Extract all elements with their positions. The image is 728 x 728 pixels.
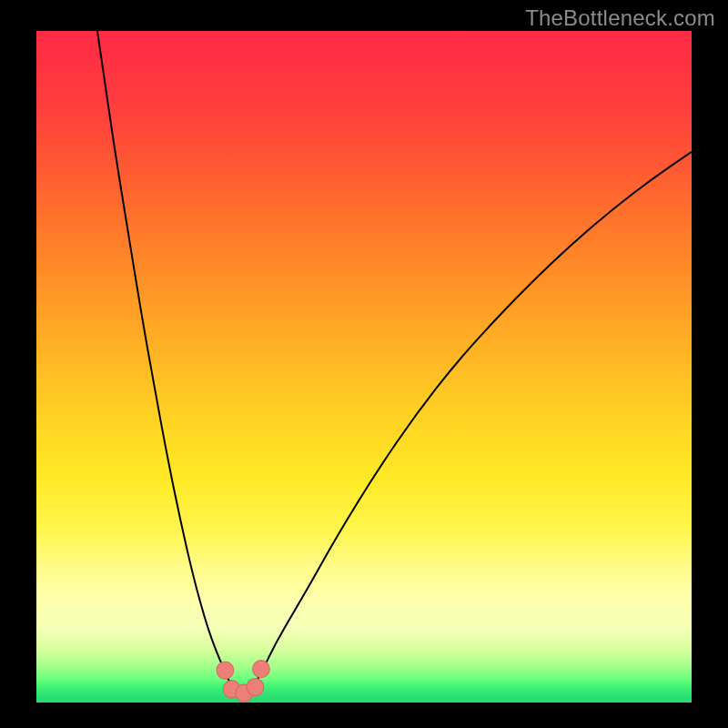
data-marker (247, 678, 264, 695)
right-curve (256, 152, 692, 682)
watermark-text: TheBottleneck.com (525, 5, 715, 31)
data-marker (253, 661, 270, 678)
chart-overlay (36, 31, 692, 703)
data-marker (217, 662, 234, 679)
figure-container: TheBottleneck.com (0, 0, 728, 728)
left-curve (96, 31, 230, 682)
plot-area (36, 31, 692, 703)
